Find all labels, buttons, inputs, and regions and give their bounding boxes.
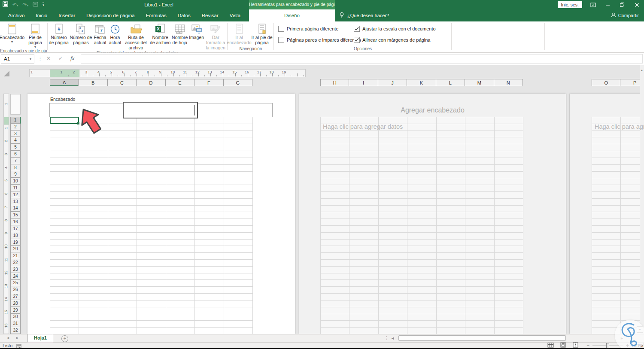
name-box[interactable]: A1 ▾	[1, 54, 34, 64]
minimize-button[interactable]	[600, 0, 615, 9]
column-header[interactable]: F	[194, 79, 223, 86]
row-header[interactable]: 32	[10, 327, 21, 334]
column-header[interactable]: O	[592, 79, 620, 86]
file-name-button[interactable]: X Nombre de archivo	[149, 21, 171, 51]
ribbon-display-options-icon[interactable]	[586, 0, 600, 9]
header-right-section[interactable]	[197, 103, 273, 117]
current-time-button[interactable]: Hora actual	[108, 21, 122, 51]
group-elements: # Número de página ## Número de páginas …	[48, 21, 227, 52]
column-header[interactable]: H	[320, 79, 349, 86]
undo-icon[interactable]: ↶▾	[12, 2, 18, 8]
picture-button[interactable]: Imagen	[189, 21, 204, 51]
ribbon-tab[interactable]: Vista	[224, 9, 246, 21]
row-header[interactable]: 15	[10, 212, 21, 219]
row-header[interactable]: 11	[10, 185, 21, 191]
ruler-number: 12	[0, 270, 13, 275]
sign-in-button[interactable]: Inic. ses.	[558, 1, 582, 8]
row-header[interactable]: 9	[10, 171, 21, 178]
cell-grid-page3[interactable]	[592, 117, 644, 334]
column-header[interactable]: L	[436, 79, 465, 86]
next-sheet-icon[interactable]: ►	[15, 336, 19, 340]
group-divider	[544, 23, 545, 50]
row-header[interactable]: 30	[10, 314, 21, 321]
formula-input[interactable]	[81, 54, 643, 64]
row-header[interactable]: 3	[10, 130, 21, 137]
insert-function-icon[interactable]: fx	[70, 55, 74, 62]
number-of-pages-button[interactable]: ## Número de páginas	[70, 21, 93, 51]
add-data-placeholder[interactable]: Haga clic para agregar datos	[323, 123, 403, 130]
cell-grid-page1[interactable]	[50, 117, 253, 334]
previous-sheet-icon[interactable]: ◄	[6, 336, 10, 340]
sheet-tab-hoja1[interactable]: Hoja1	[27, 334, 53, 343]
customize-qat-icon[interactable]: ▾	[43, 3, 44, 7]
add-header-placeholder[interactable]: Agregar encabezado	[299, 106, 566, 114]
hscroll-left-icon[interactable]: ◄	[391, 336, 395, 340]
row-header[interactable]: 7	[10, 158, 21, 164]
new-sheet-icon[interactable]: +	[61, 335, 68, 342]
ruler-number: 5	[105, 70, 117, 74]
current-date-button[interactable]: 7 Fecha actual	[92, 21, 108, 51]
column-header[interactable]: G	[224, 79, 252, 86]
row-header[interactable]: 13	[10, 198, 21, 205]
header-icon	[7, 23, 17, 35]
ribbon-tab[interactable]: Revisar	[196, 9, 224, 21]
column-header[interactable]: E	[166, 79, 194, 86]
column-header[interactable]: J	[378, 79, 407, 86]
ribbon-tab[interactable]: Inicio	[30, 9, 53, 21]
enter-icon[interactable]: ✓	[58, 55, 63, 61]
add-data-placeholder[interactable]: Haga clic para agregar datos	[595, 123, 644, 130]
tell-me-box[interactable]: ¿Qué desea hacer?	[339, 9, 389, 21]
tab-splitter-icon[interactable]: ⋮	[384, 335, 389, 341]
page-number-button[interactable]: # Número de página	[48, 21, 70, 51]
restore-button[interactable]	[615, 0, 629, 9]
row-header[interactable]: 5	[10, 144, 21, 151]
save-icon[interactable]	[3, 1, 8, 9]
column-header[interactable]: B	[79, 79, 107, 86]
ruler-number: 13	[0, 284, 13, 288]
ruler-number: 10	[167, 70, 179, 74]
footer-button[interactable]: Pie de página ▾	[24, 21, 47, 49]
cancel-icon[interactable]: ✕	[46, 55, 51, 61]
name-box-caret-icon[interactable]: ▾	[27, 57, 34, 61]
column-header[interactable]: C	[108, 79, 137, 86]
checkbox-icon	[354, 26, 360, 32]
column-header[interactable]: M	[465, 79, 494, 86]
close-button[interactable]	[629, 0, 644, 9]
redo-icon[interactable]: ↷▾	[23, 2, 29, 8]
row-header[interactable]: 1	[10, 117, 21, 124]
column-header[interactable]: I	[349, 79, 378, 86]
checkbox-primera-pagina-diferente[interactable]: Primera página diferente	[278, 26, 349, 32]
header-button[interactable]: Encabezado ▾	[0, 21, 24, 49]
ruler-number: 12	[191, 70, 204, 74]
ribbon-tab[interactable]: Archivo	[3, 9, 30, 21]
go-to-footer-button[interactable]: Ir al pie de página	[250, 21, 273, 46]
ruler-number: 3	[80, 70, 92, 74]
ribbon-tab[interactable]: Disposición de página	[81, 9, 140, 21]
sheet-name-button[interactable]: Nombre de hoja	[171, 21, 189, 51]
touch-mode-icon[interactable]	[33, 1, 38, 9]
vertical-scrollbar[interactable]	[640, 65, 644, 334]
share-button[interactable]: Compartir	[611, 9, 639, 21]
checkbox-ajustar-escala[interactable]: Ajustar la escala con el documento	[354, 26, 436, 32]
checkbox-paginas-pares-impares[interactable]: Páginas pares e impares diferentes	[278, 37, 349, 43]
checkbox-alinear-margenes[interactable]: Alinear con márgenes de página	[354, 37, 436, 43]
scroll-up-icon[interactable]: ▲	[640, 69, 644, 72]
horizontal-scrollbar-thumb[interactable]	[398, 335, 566, 341]
file-path-button[interactable]: Ruta de acceso del archivo	[122, 21, 150, 51]
ruler-number: 2	[0, 139, 13, 143]
column-header[interactable]: K	[407, 79, 436, 86]
ribbon-tab[interactable]: Datos	[172, 9, 196, 21]
zoom-out-icon[interactable]: −	[586, 343, 589, 349]
ruler-number: 4	[0, 165, 13, 170]
zoom-slider-thumb[interactable]	[606, 343, 609, 348]
formula-bar-handle-icon[interactable]: ⋮	[38, 56, 43, 61]
column-header[interactable]: A	[50, 79, 79, 86]
column-header[interactable]: D	[137, 79, 165, 86]
ribbon-tab[interactable]: Fórmulas	[140, 9, 172, 21]
column-header[interactable]: N	[494, 79, 523, 86]
ruler-margin-number: 1	[4, 103, 8, 105]
tab-diseno-active[interactable]: Diseño	[249, 9, 335, 21]
ribbon-tab[interactable]: Insertar	[53, 9, 81, 21]
cell-grid-page2[interactable]	[320, 117, 523, 334]
header-center-section-active[interactable]	[123, 102, 198, 118]
